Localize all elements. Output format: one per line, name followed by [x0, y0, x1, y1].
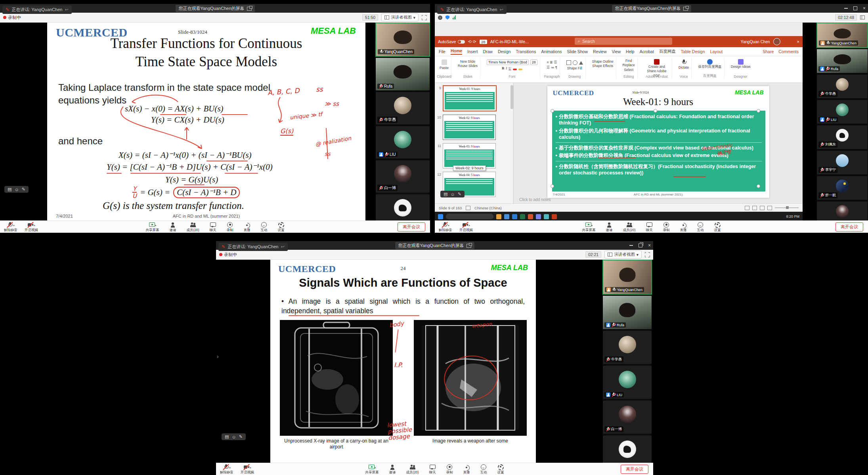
- settings-button[interactable]: 设置: [714, 222, 721, 232]
- participant-tile[interactable]: Rufa: [816, 49, 868, 73]
- reaction-icon[interactable]: ☺: [231, 435, 236, 439]
- ppt-canvas[interactable]: UCMERCED Slide-9/1024 MESA LAB Week-01: …: [514, 83, 803, 203]
- group-baidu[interactable]: 保存到百度网盘 百度网盘: [696, 58, 725, 79]
- participant-tile[interactable]: LIU: [602, 365, 652, 399]
- draw-icon[interactable]: ✎: [458, 192, 461, 197]
- qat-font-size[interactable]: 28: [480, 40, 487, 44]
- live-button[interactable]: 直播: [244, 222, 250, 232]
- annotate-pen-icon[interactable]: ✎: [440, 7, 444, 12]
- reactions-button[interactable]: 互动: [697, 222, 704, 232]
- reactions-button[interactable]: 互动: [261, 222, 268, 232]
- unmute-button[interactable]: ▴解除静音: [4, 222, 17, 232]
- menu-draw[interactable]: Draw: [483, 49, 493, 54]
- quick-access-toolbar[interactable]: ⟲ ⟳ 28: [468, 39, 487, 44]
- font-name-box[interactable]: Times New Roman (Bod: [487, 59, 529, 65]
- participant-tile[interactable]: 牛学愚: [375, 92, 430, 125]
- draw-icon[interactable]: ✎: [239, 434, 243, 439]
- view-grid-icon[interactable]: [860, 15, 865, 19]
- taskbar-app-icon[interactable]: [544, 214, 549, 219]
- menu-help[interactable]: Help: [626, 49, 635, 54]
- bold-button[interactable]: B: [502, 66, 504, 70]
- menu-slideshow[interactable]: Slide Show: [567, 49, 588, 54]
- ppt-titlebar[interactable]: AutoSave ⟲ ⟳ 28 AFC-in-RD-ML-We... ⌕Sear…: [435, 36, 803, 47]
- invite-button[interactable]: 邀请: [606, 222, 612, 232]
- participants-button[interactable]: 成员(20): [406, 464, 419, 474]
- start-video-button[interactable]: ▴开启视频: [241, 464, 254, 474]
- font-size-box[interactable]: 28: [530, 59, 537, 65]
- reaction-icon[interactable]: ☺: [450, 192, 455, 197]
- zoom-slider[interactable]: [775, 207, 799, 208]
- menu-home[interactable]: Home: [451, 48, 462, 55]
- annotate-pen-icon[interactable]: ✎: [6, 7, 9, 12]
- ppt-slide[interactable]: UCMERCED Slide-9/1024 MESA LAB Week-01: …: [547, 86, 769, 198]
- participant-tile[interactable]: 白一博: [602, 400, 652, 434]
- settings-button[interactable]: 设置: [278, 222, 285, 232]
- participant-tile[interactable]: YangQuanChen: [375, 23, 430, 57]
- taskbar-app-icon[interactable]: [536, 214, 541, 219]
- slide-thumbnail-panel[interactable]: 9 Week-01: 9 hours 10 Week-02: 9 hours 1…: [435, 83, 514, 203]
- participant-tile[interactable]: 舒一航: [816, 176, 868, 200]
- group-clipboard[interactable]: Paste Clipboard: [437, 58, 451, 79]
- ppt-close-button[interactable]: ×: [797, 39, 799, 44]
- invite-button[interactable]: 邀请: [389, 464, 396, 474]
- notes-placeholder[interactable]: Click to add notes: [519, 197, 551, 202]
- menu-transitions[interactable]: Transitions: [516, 49, 536, 54]
- thumbnail-slide-9[interactable]: 9 Week-01: 9 hours: [436, 85, 512, 111]
- live-button[interactable]: 直播: [463, 464, 470, 474]
- menu-insert[interactable]: Insert: [467, 49, 478, 54]
- group-shape-styles[interactable]: Shape Outline Shape Effects: [590, 58, 616, 79]
- record-button[interactable]: 录制: [663, 222, 670, 232]
- chat-button[interactable]: 聊天: [646, 222, 653, 232]
- participant-tile[interactable]: 李宇宁: [816, 150, 868, 175]
- sidebar-expand-arrow[interactable]: ›: [217, 353, 219, 360]
- fullscreen-icon[interactable]: [645, 252, 650, 257]
- speaker-view-button[interactable]: 演讲者视图▾: [604, 251, 642, 259]
- share-button[interactable]: Share: [763, 49, 774, 54]
- close-button[interactable]: ×: [648, 243, 651, 248]
- reaction-icon[interactable]: ☺: [14, 187, 19, 192]
- participant-tile[interactable]: 刘佩东: [816, 125, 868, 149]
- participants-button[interactable]: 成员(20): [623, 222, 635, 232]
- gallery-icon[interactable]: ▤: [8, 187, 11, 192]
- menu-layout[interactable]: Layout: [710, 49, 723, 54]
- group-adobe[interactable]: Create and Share Adobe PDF Adobe Acrobat: [642, 58, 672, 79]
- thumbnail-slide-11[interactable]: 11 Week-03: 9 hours: [436, 143, 512, 169]
- back-icon[interactable]: ↩: [499, 7, 503, 12]
- restore-button[interactable]: [639, 243, 642, 247]
- leave-meeting-button[interactable]: 离开会议: [621, 465, 648, 474]
- menu-animations[interactable]: Animations: [541, 49, 562, 54]
- thumbnail-scrollbar[interactable]: [510, 85, 513, 109]
- live-button[interactable]: 直播: [680, 222, 687, 232]
- thumbnail-slide-10[interactable]: 10 Week-02: 9 hours: [436, 115, 512, 140]
- participants-button[interactable]: 成员(20): [186, 222, 199, 232]
- participant-tile[interactable]: 白一博: [375, 160, 430, 193]
- popout-icon[interactable]: [467, 244, 471, 248]
- group-slides[interactable]: New Slide Reuse Slides Slides: [455, 58, 480, 79]
- taskbar-app-icon[interactable]: [528, 214, 533, 219]
- menu-design[interactable]: Design: [498, 49, 511, 54]
- menu-acrobat[interactable]: Acrobat: [640, 49, 654, 54]
- menu-view[interactable]: View: [612, 49, 621, 54]
- leave-meeting-button[interactable]: 离开会议: [398, 222, 425, 232]
- underline-button[interactable]: U: [509, 66, 511, 70]
- share-screen-button[interactable]: ▴共享屏幕: [145, 222, 159, 232]
- minimize-button[interactable]: [629, 245, 633, 246]
- group-paragraph[interactable]: ≡ ≣ ☰ ☰ ≔ ¶ Paragraph: [544, 58, 560, 79]
- group-font[interactable]: Times New Roman (Bod 28 B I U Font: [484, 58, 540, 79]
- taskbar-app-icon[interactable]: [520, 214, 525, 219]
- share-screen-button[interactable]: ▴共享屏幕: [582, 222, 595, 232]
- participant-tile[interactable]: YangQuanChen: [602, 260, 652, 295]
- slide-sorter-icon[interactable]: [752, 206, 757, 210]
- participant-tile[interactable]: LIU: [375, 126, 430, 159]
- gallery-icon[interactable]: ▤: [225, 434, 229, 439]
- annotate-pen-icon[interactable]: ✎: [222, 244, 225, 249]
- participant-tile[interactable]: LIU: [816, 100, 868, 124]
- reading-view-icon[interactable]: [760, 206, 765, 210]
- participant-tile[interactable]: ∨: [602, 435, 652, 463]
- taskbar-app-icon[interactable]: [496, 214, 501, 219]
- annotation-mini-toolbar[interactable]: ▤ ☺ ✎: [440, 191, 465, 197]
- minimize-button[interactable]: [844, 8, 848, 9]
- menu-file[interactable]: File: [439, 49, 445, 54]
- start-icon[interactable]: [438, 214, 443, 219]
- menu-table-design[interactable]: Table Design: [681, 49, 705, 54]
